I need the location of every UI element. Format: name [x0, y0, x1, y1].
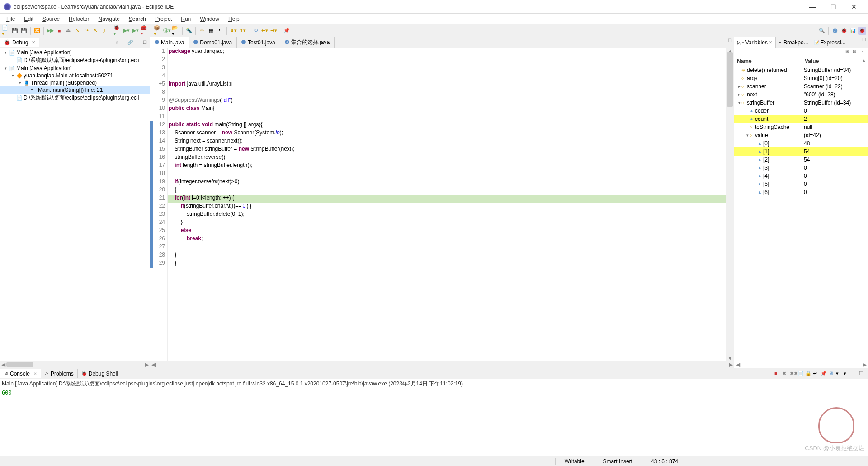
- variable-row[interactable]: ▲coder0: [734, 107, 868, 115]
- debug-button[interactable]: 🐞▾: [113, 27, 122, 35]
- perspective-more-button[interactable]: 🐞: [858, 27, 866, 35]
- maximize-icon[interactable]: ☐: [862, 37, 866, 48]
- variable-row[interactable]: ▸○next"600" (id=28): [734, 90, 868, 99]
- word-wrap-icon[interactable]: ↩: [813, 371, 819, 376]
- step-return-button[interactable]: ↖: [91, 27, 99, 35]
- vars-tab[interactable]: (x)=Variables✕: [734, 37, 776, 48]
- perspective-java-button[interactable]: 🅙: [831, 27, 839, 35]
- code-area[interactable]: package yuan.lanqiao;import java.util.Ar…: [168, 48, 726, 361]
- show-type-icon[interactable]: ⊞: [845, 49, 852, 56]
- new-button[interactable]: 📄▾: [2, 27, 10, 35]
- toggle-button[interactable]: 🔀: [33, 27, 41, 35]
- minimize-icon[interactable]: —: [851, 371, 858, 376]
- perspective-debug-button[interactable]: 🐞: [840, 27, 848, 35]
- minimize-button[interactable]: —: [802, 0, 823, 14]
- menu-project[interactable]: Project: [151, 15, 176, 23]
- tree-row[interactable]: 📄D:\系统默认\桌面\eclipse\eclipse\plugins\org.…: [0, 56, 150, 65]
- open-console-icon[interactable]: ▾: [836, 371, 842, 376]
- pin-editor-button[interactable]: 📌: [283, 27, 291, 35]
- terminate-button[interactable]: ■: [55, 27, 63, 35]
- quick-access-button[interactable]: 🔍: [818, 27, 826, 35]
- variable-row[interactable]: ▲[4]0: [734, 172, 868, 180]
- collapse-all-icon[interactable]: ⊟: [853, 49, 859, 56]
- prev-ann-button[interactable]: ⬆▾: [238, 27, 246, 35]
- pin-console-icon[interactable]: 📌: [821, 371, 827, 376]
- skip-button[interactable]: ▶▶: [46, 27, 54, 35]
- tree-row[interactable]: ▾🧵Thread [main] (Suspended): [0, 79, 150, 86]
- toggle-block-button[interactable]: ▦: [207, 27, 215, 35]
- variable-row[interactable]: ▲count2: [734, 115, 868, 123]
- debug-tree[interactable]: ▾📄Main [Java Application]📄D:\系统默认\桌面\ecl…: [0, 48, 150, 361]
- variable-row[interactable]: ▾○stringBufferStringBuffer (id=34): [734, 99, 868, 107]
- perspective-git-button[interactable]: 📊: [849, 27, 857, 35]
- remove-all-icon[interactable]: ✖✖: [790, 371, 796, 376]
- scroll-up-icon[interactable]: ▲: [862, 58, 866, 63]
- col-value[interactable]: Value: [802, 57, 868, 66]
- back-button[interactable]: ⬅▾: [260, 27, 269, 35]
- link-icon[interactable]: 🔗: [127, 40, 133, 45]
- menu-run[interactable]: Run: [176, 15, 195, 23]
- maximize-icon[interactable]: ☐: [142, 40, 148, 45]
- forward-button[interactable]: ➡▾: [269, 27, 278, 35]
- new-console-icon[interactable]: ▾: [844, 371, 850, 376]
- disconnect-button[interactable]: ⏏: [64, 27, 72, 35]
- menu-window[interactable]: Window: [195, 15, 224, 23]
- console-output[interactable]: 600: [0, 389, 868, 456]
- save-button[interactable]: 💾: [11, 27, 19, 35]
- close-button[interactable]: ✕: [844, 0, 864, 14]
- variable-row[interactable]: ○argsString[0] (id=20): [734, 74, 868, 82]
- debug-tab[interactable]: 🐞 Debug ✕: [0, 38, 39, 47]
- variable-row[interactable]: ▲[3]0: [734, 164, 868, 172]
- last-edit-button[interactable]: ⟲: [251, 27, 259, 35]
- variable-row[interactable]: ▸○scannerScanner (id=22): [734, 82, 868, 90]
- new-type-button[interactable]: 📂▾: [172, 27, 180, 35]
- variable-row[interactable]: ▲[0]48: [734, 139, 868, 147]
- variable-row[interactable]: ○toStringCachenull: [734, 123, 868, 131]
- search-button[interactable]: 🔦: [185, 27, 193, 35]
- tree-row[interactable]: ▾📄Main [Java Application]: [0, 49, 150, 56]
- debug-hscroll[interactable]: ◀ ▶: [0, 361, 150, 368]
- variable-row[interactable]: ▲[1]54: [734, 147, 868, 156]
- editor-tab[interactable]: 🅙集合的选择.java: [280, 37, 335, 48]
- tree-row[interactable]: 📄D:\系统默认\桌面\eclipse\eclipse\plugins\org.…: [0, 94, 150, 102]
- ext-tools-button[interactable]: 🧰▾: [141, 27, 149, 35]
- new-package-button[interactable]: 📦▾: [154, 27, 162, 35]
- variable-row[interactable]: ▾○value(id=42): [734, 131, 868, 139]
- menu-edit[interactable]: Edit: [19, 15, 38, 23]
- editor-tab[interactable]: 🅙Demo01.java: [189, 37, 237, 48]
- new-class-button[interactable]: Ⓖ▾: [163, 27, 171, 35]
- variable-row[interactable]: ▲[2]54: [734, 156, 868, 164]
- vars-tab[interactable]: 📝Expressi...: [811, 37, 849, 48]
- console-tab[interactable]: ⚠Problems: [41, 369, 78, 378]
- tree-row[interactable]: ▾📄Main [Java Application]: [0, 65, 150, 72]
- menu-search[interactable]: Search: [124, 15, 151, 23]
- step-into-button[interactable]: ↘: [73, 27, 81, 35]
- step-over-button[interactable]: ↷: [82, 27, 90, 35]
- save-all-button[interactable]: 💾: [20, 27, 28, 35]
- menu-refactor[interactable]: Refactor: [64, 15, 94, 23]
- view-menu-icon[interactable]: ⋮: [860, 49, 866, 56]
- terminate-icon[interactable]: ■: [774, 371, 781, 376]
- display-icon[interactable]: 🖥: [828, 371, 835, 376]
- variables-hscroll[interactable]: ◀▶: [734, 361, 868, 368]
- coverage-button[interactable]: ▶▾: [132, 27, 140, 35]
- view-menu-icon[interactable]: ⋮: [120, 40, 126, 45]
- variable-row[interactable]: ▲[6]0: [734, 188, 868, 196]
- remove-icon[interactable]: ✖: [782, 371, 788, 376]
- console-tab[interactable]: 🖥Console✕: [0, 369, 41, 378]
- toggle-mark-button[interactable]: ✏: [198, 27, 206, 35]
- scroll-lock-icon[interactable]: 🔒: [805, 371, 811, 376]
- drop-frame-button[interactable]: ⤴: [100, 27, 108, 35]
- tree-row[interactable]: ≡Main.main(String[]) line: 21: [0, 86, 150, 94]
- minimize-icon[interactable]: —: [857, 37, 861, 48]
- menu-help[interactable]: Help: [224, 15, 244, 23]
- collapse-icon[interactable]: ⇉: [113, 40, 119, 45]
- show-whitespace-button[interactable]: ¶: [216, 27, 224, 35]
- editor-hscroll[interactable]: ◀ ▶: [150, 361, 734, 368]
- menu-file[interactable]: File: [2, 15, 19, 23]
- menu-source[interactable]: Source: [38, 15, 64, 23]
- console-tab[interactable]: 🐞Debug Shell: [78, 369, 122, 378]
- clear-icon[interactable]: 📄: [797, 371, 804, 376]
- close-icon[interactable]: ✕: [32, 40, 35, 45]
- variable-row[interactable]: ⊕delete() returnedStringBuffer (id=34): [734, 66, 868, 74]
